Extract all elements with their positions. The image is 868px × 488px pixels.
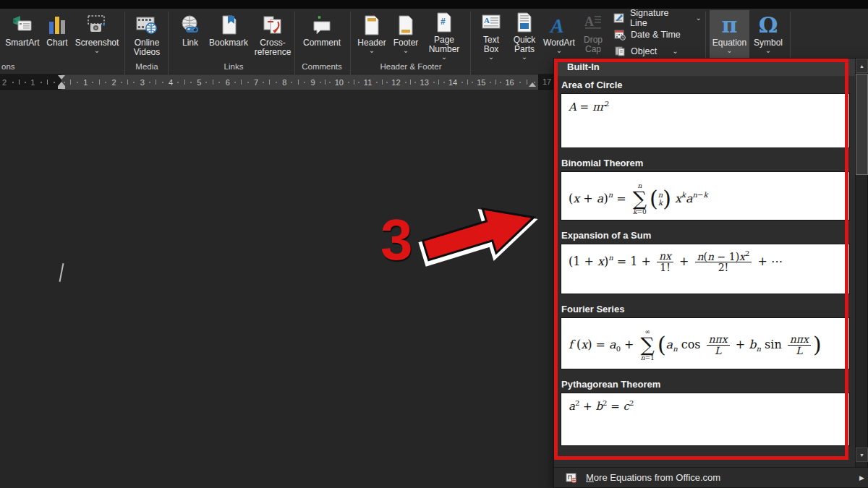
more-equations-item[interactable]: More Equations from Office.com ▶ [554,467,868,487]
window-top-strip [0,0,868,9]
chevron-down-icon: ⌄ [403,48,409,53]
cross-reference-icon [262,12,284,36]
scroll-up-button[interactable]: ▲ [856,59,868,73]
bookmark-button[interactable]: Bookmark [207,10,250,58]
object-label: Object [631,46,657,56]
page-number-button[interactable]: # Page Number ⌄ [423,10,465,58]
chevron-down-icon: ⌄ [556,48,562,53]
bookmark-label: Bookmark [209,38,248,48]
svg-text:A: A [584,14,594,29]
equation-gallery-item[interactable]: Area of Circle A = πr2 [554,76,856,148]
link-label: Link [182,38,198,48]
equation-name: Fourier Series [554,300,856,317]
page-number-label: Page Number [429,35,460,54]
scroll-down-icon: ▼ [859,453,864,458]
equation-gallery-item[interactable]: Expansion of a Sum (1 + x)n = 1 + nx1! +… [554,226,856,294]
chevron-down-icon: ⌄ [765,48,771,53]
indent-markers-left[interactable] [58,74,65,90]
left-indent-marker[interactable] [58,86,65,89]
right-indent-marker[interactable] [529,82,536,87]
scroll-down-button[interactable]: ▼ [856,448,868,462]
date-time-icon [613,29,626,40]
wordart-icon: A [548,12,570,36]
word-window: SmartArt Chart Screenshot ⌄ Online Video… [0,0,868,488]
chart-button[interactable]: Chart [43,10,71,58]
equation-button[interactable]: π Equation ⌄ [710,10,749,58]
text-group-stack: Signature Line ⌄ Date & Time Object ⌄ [611,9,704,59]
group-separator [294,12,295,78]
equation-name: Area of Circle [554,76,856,93]
smartart-button[interactable]: SmartArt [1,10,43,58]
drop-cap-label: Drop Cap [584,35,603,54]
submenu-arrow-icon: ▶ [859,474,864,481]
equation-preview: (1 + x)n = 1 + nx1! + n(n − 1)x22! + ⋯ [561,244,850,294]
cross-reference-button[interactable]: Cross- reference [252,10,294,58]
chevron-down-icon: ⌄ [441,54,447,59]
equation-preview: (x + a)n = n∑k=0(nk) xkan−k [561,171,850,221]
equation-formula: (x + a)n = n∑k=0(nk) xkan−k [561,172,715,221]
equation-gallery: Built-In Area of Circle A = πr2 Binomial… [554,59,856,468]
drop-cap-button[interactable]: A Drop Cap ⌄ [577,10,609,58]
equation-name: Pythagorean Theorem [554,375,856,393]
footer-icon [396,12,415,36]
equation-gallery-item[interactable]: Fourier Series f (x) = a0 + ∞∑n=1(an cos… [554,300,856,369]
text-box-label: Text Box [483,35,499,54]
chart-label: Chart [46,38,67,48]
text-box-icon: A [480,12,502,33]
object-icon [613,46,626,57]
svg-text:#: # [441,17,446,27]
screenshot-icon [85,12,109,36]
online-videos-button[interactable]: Online Videos [127,10,166,58]
smartart-icon [12,12,33,36]
svg-text:A: A [484,16,490,25]
object-button[interactable]: Object ⌄ [611,43,704,59]
screenshot-button[interactable]: Screenshot ⌄ [72,10,122,58]
group-label-comments: Comments [298,61,346,72]
more-equations-label: More Equations from Office.com [586,472,720,483]
equation-preview: a2 + b2 = c2 [561,393,850,446]
footer-button[interactable]: Footer ⌄ [390,10,422,58]
gallery-scrollbar[interactable]: ▲ ▼ [855,59,867,468]
wordart-button[interactable]: A WordArt ⌄ [541,10,577,58]
group-label-media: Media [127,61,166,72]
text-box-button[interactable]: A Text Box ⌄ [475,10,508,58]
equation-formula: a2 + b2 = c2 [561,393,641,419]
date-time-button[interactable]: Date & Time [611,27,704,43]
equation-gallery-dropdown: Built-In Area of Circle A = πr2 Binomial… [553,58,868,488]
group-label-illustrations: ons [0,61,22,72]
gallery-section-title: Built-In [554,59,856,76]
cross-reference-label: Cross- reference [255,38,292,57]
bookmark-icon [219,12,238,36]
group-label-links: Links [174,61,294,72]
chevron-down-icon: ⌄ [369,48,375,53]
equation-formula: A = πr2 [561,94,616,120]
group-separator [470,12,471,78]
scrollbar-thumb[interactable] [856,74,868,175]
chevron-down-icon: ⌄ [696,15,702,21]
quick-parts-button[interactable]: Quick Parts ⌄ [508,10,541,58]
chart-icon [47,12,67,36]
symbol-omega-icon: Ω [759,12,778,36]
group-separator [124,12,125,78]
equation-pi-icon: π [722,12,738,36]
link-button[interactable]: Link [174,10,206,58]
ruler-left-margin: 21 [0,74,61,90]
office-equations-icon [566,472,577,484]
symbol-button[interactable]: Ω Symbol ⌄ [750,10,786,58]
equation-formula: f (x) = a0 + ∞∑n=1(an cos nπxL + bn sin … [561,318,829,367]
drop-cap-icon: A [582,12,604,33]
link-icon [179,12,201,36]
first-line-indent-marker[interactable] [58,75,65,80]
signature-line-label: Signature Line [630,8,682,28]
chevron-down-icon: ⌄ [488,54,494,59]
chevron-down-icon: ⌄ [672,48,678,54]
page-number-icon: # [435,12,454,33]
comment-button[interactable]: Comment [298,10,346,58]
header-button[interactable]: Header ⌄ [354,10,389,58]
online-videos-icon [135,12,158,36]
signature-line-button[interactable]: Signature Line ⌄ [611,10,704,26]
equation-gallery-item[interactable]: Binomial Theorem (x + a)n = n∑k=0(nk) xk… [554,154,856,221]
equation-gallery-item[interactable]: Pythagorean Theorem a2 + b2 = c2 [554,375,856,446]
ruler-scale: 12345678910111213141516 [61,74,516,90]
smartart-label: SmartArt [5,38,39,48]
